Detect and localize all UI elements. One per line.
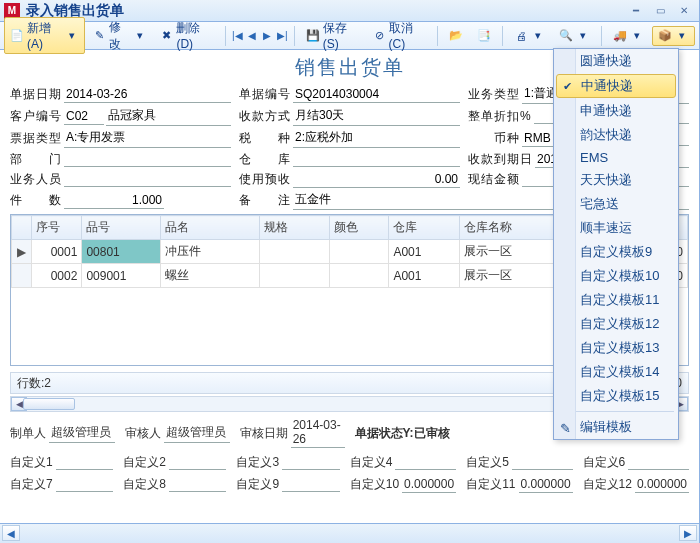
scroll-thumb[interactable] bbox=[23, 398, 75, 410]
qty-field[interactable]: 1.000 bbox=[64, 193, 164, 209]
custom-field[interactable] bbox=[512, 456, 573, 470]
nav-first-button[interactable]: |◀ bbox=[231, 29, 244, 43]
col-header[interactable]: 规格 bbox=[259, 216, 329, 240]
toolbar: 📄新增(A)▾ ✎修改▾ ✖删除(D) |◀ ◀ ▶ ▶| 💾保存(S) ⊘取消… bbox=[0, 22, 699, 50]
col-header[interactable]: 序号 bbox=[31, 216, 82, 240]
express-menuitem[interactable]: 自定义模板15 bbox=[554, 384, 678, 408]
dropdown-icon[interactable]: ▾ bbox=[66, 29, 79, 43]
custom-field[interactable] bbox=[56, 478, 114, 492]
express-template-menu[interactable]: 圆通快递✔中通快递申通快递韵达快递EMS天天快递宅急送顺丰速运自定义模板9自定义… bbox=[553, 48, 679, 440]
col-header[interactable] bbox=[12, 216, 32, 240]
truck-icon: 🚚 bbox=[613, 29, 627, 43]
invoice-field[interactable]: A:专用发票 bbox=[64, 129, 231, 148]
express-menuitem[interactable]: 自定义模板13 bbox=[554, 336, 678, 360]
nav-next-button[interactable]: ▶ bbox=[261, 29, 274, 43]
tool-ship-button[interactable]: 🚚▾ bbox=[607, 26, 650, 46]
check-icon: ✔ bbox=[563, 80, 572, 93]
package-icon: 📦 bbox=[658, 29, 672, 43]
custom-field[interactable]: 0.000000 bbox=[519, 477, 573, 493]
custom-field[interactable] bbox=[56, 456, 114, 470]
warehouse-field[interactable] bbox=[293, 152, 460, 167]
custom-field[interactable] bbox=[282, 478, 340, 492]
auditor-field: 超级管理员 bbox=[164, 424, 230, 443]
save-icon: 💾 bbox=[306, 29, 320, 43]
express-menuitem[interactable]: 自定义模板11 bbox=[554, 288, 678, 312]
col-header[interactable]: 品号 bbox=[82, 216, 161, 240]
status-left-button[interactable]: ◀ bbox=[2, 525, 20, 541]
express-menuitem[interactable]: 宅急送 bbox=[554, 192, 678, 216]
tool-open-button[interactable]: 📂 bbox=[443, 26, 469, 46]
express-menuitem[interactable]: 顺丰速运 bbox=[554, 216, 678, 240]
edit-button[interactable]: ✎修改▾ bbox=[87, 16, 153, 56]
nav-last-button[interactable]: ▶| bbox=[276, 29, 289, 43]
tool-export-button[interactable]: 📑 bbox=[471, 26, 497, 46]
sales-field[interactable] bbox=[64, 172, 231, 187]
print-icon: 🖨 bbox=[514, 29, 528, 43]
export-icon: 📑 bbox=[477, 29, 491, 43]
express-menuitem[interactable]: 自定义模板10 bbox=[554, 264, 678, 288]
dept-field[interactable] bbox=[64, 152, 231, 167]
tax-field[interactable]: 2:应税外加 bbox=[293, 129, 460, 148]
custom-field[interactable]: 0.000000 bbox=[402, 477, 456, 493]
minimize-button[interactable]: ━ bbox=[625, 4, 647, 18]
pencil-icon: ✎ bbox=[560, 421, 572, 433]
custom-field[interactable] bbox=[169, 478, 227, 492]
cust-no-field[interactable]: C02 bbox=[64, 109, 104, 125]
cancel-button[interactable]: ⊘取消(C) bbox=[367, 17, 433, 54]
nav-prev-button[interactable]: ◀ bbox=[246, 29, 259, 43]
custom-field[interactable] bbox=[395, 456, 456, 470]
cust-name-field[interactable]: 品冠家具 bbox=[106, 107, 231, 126]
express-menuitem[interactable]: 自定义模板14 bbox=[554, 360, 678, 384]
custom-field[interactable]: 0.000000 bbox=[635, 477, 689, 493]
delete-button[interactable]: ✖删除(D) bbox=[154, 17, 220, 54]
express-menuitem[interactable]: 自定义模板9 bbox=[554, 240, 678, 264]
tool-preview-button[interactable]: 🔍▾ bbox=[553, 26, 596, 46]
edit-icon: ✎ bbox=[93, 29, 106, 43]
express-menuitem[interactable]: 天天快递 bbox=[554, 168, 678, 192]
col-header[interactable]: 仓库 bbox=[389, 216, 459, 240]
delete-icon: ✖ bbox=[160, 29, 173, 43]
pay-method-field[interactable]: 月结30天 bbox=[293, 107, 460, 126]
audit-date-field: 2014-03-26 bbox=[291, 418, 345, 448]
order-date-field[interactable]: 2014-03-26 bbox=[64, 87, 231, 103]
new-icon: 📄 bbox=[10, 29, 24, 43]
new-button[interactable]: 📄新增(A)▾ bbox=[4, 17, 85, 54]
creator-field: 超级管理员 bbox=[49, 424, 115, 443]
status-bar: ◀ ▶ bbox=[0, 523, 699, 543]
tool-print-button[interactable]: 🖨▾ bbox=[508, 26, 551, 46]
express-menuitem[interactable]: 申通快递 bbox=[554, 99, 678, 123]
preview-icon: 🔍 bbox=[559, 29, 573, 43]
cancel-icon: ⊘ bbox=[373, 29, 386, 43]
close-button[interactable]: ✕ bbox=[673, 4, 695, 18]
maximize-button[interactable]: ▭ bbox=[649, 4, 671, 18]
edit-template-menuitem[interactable]: ✎编辑模板 bbox=[554, 415, 678, 439]
custom-field[interactable] bbox=[169, 456, 227, 470]
col-header[interactable]: 品名 bbox=[161, 216, 260, 240]
status-right-button[interactable]: ▶ bbox=[679, 525, 697, 541]
express-menuitem[interactable]: 圆通快递 bbox=[554, 49, 678, 73]
express-menuitem[interactable]: ✔中通快递 bbox=[556, 74, 676, 98]
row-count: 行数:2 bbox=[17, 375, 51, 392]
prepay-field[interactable]: 0.00 bbox=[293, 172, 460, 188]
status-label: 单据状态Y:已审核 bbox=[355, 425, 450, 442]
tool-express-button[interactable]: 📦▾ bbox=[652, 26, 695, 46]
folder-icon: 📂 bbox=[449, 29, 463, 43]
col-header[interactable]: 颜色 bbox=[330, 216, 389, 240]
express-menuitem[interactable]: EMS bbox=[554, 147, 678, 168]
col-header[interactable]: 仓库名称 bbox=[459, 216, 558, 240]
order-no-field[interactable]: SQ2014030004 bbox=[293, 87, 460, 103]
express-menuitem[interactable]: 韵达快递 bbox=[554, 123, 678, 147]
express-menuitem[interactable]: 自定义模板12 bbox=[554, 312, 678, 336]
custom-field[interactable] bbox=[628, 456, 689, 470]
custom-field[interactable] bbox=[282, 456, 340, 470]
save-button[interactable]: 💾保存(S) bbox=[300, 17, 365, 54]
